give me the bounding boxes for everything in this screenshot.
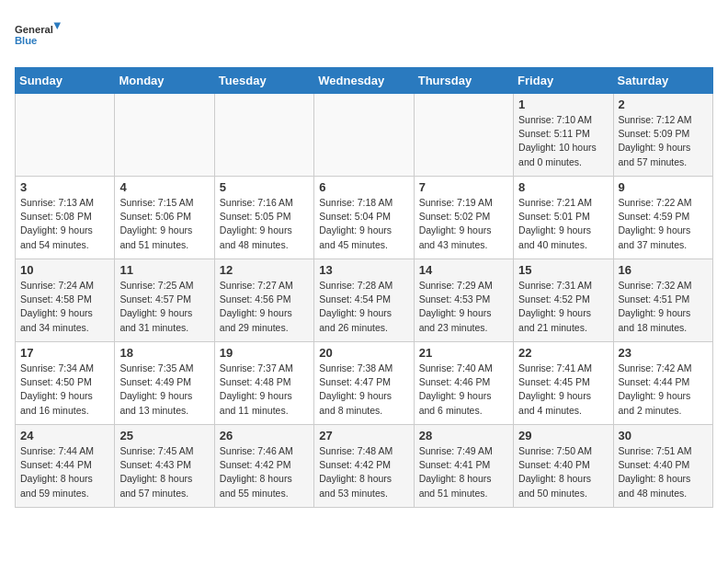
calendar-table: SundayMondayTuesdayWednesdayThursdayFrid…	[15, 67, 713, 508]
day-number: 23	[619, 346, 708, 360]
day-info: Sunrise: 7:40 AM Sunset: 4:46 PM Dayligh…	[419, 362, 508, 418]
calendar-cell: 15Sunrise: 7:31 AM Sunset: 4:52 PM Dayli…	[514, 259, 613, 342]
day-info: Sunrise: 7:21 AM Sunset: 5:01 PM Dayligh…	[518, 196, 608, 252]
calendar-cell: 16Sunrise: 7:32 AM Sunset: 4:51 PM Dayli…	[613, 259, 712, 342]
day-number: 29	[518, 429, 608, 442]
day-info: Sunrise: 7:35 AM Sunset: 4:49 PM Dayligh…	[119, 362, 209, 418]
day-number: 17	[20, 346, 109, 360]
day-number: 2	[619, 98, 708, 111]
day-number: 25	[119, 429, 209, 442]
calendar-cell: 6Sunrise: 7:18 AM Sunset: 5:04 PM Daylig…	[314, 177, 414, 259]
day-info: Sunrise: 7:28 AM Sunset: 4:54 PM Dayligh…	[319, 279, 408, 335]
calendar-cell: 9Sunrise: 7:22 AM Sunset: 4:59 PM Daylig…	[613, 177, 712, 259]
logo-svg: General Blue	[15, 15, 61, 56]
calendar-cell: 7Sunrise: 7:19 AM Sunset: 5:02 PM Daylig…	[414, 177, 513, 259]
weekday-header: Saturday	[613, 68, 712, 94]
day-number: 9	[619, 180, 708, 194]
calendar-cell: 27Sunrise: 7:48 AM Sunset: 4:42 PM Dayli…	[314, 425, 414, 508]
day-number: 24	[20, 429, 109, 442]
day-info: Sunrise: 7:27 AM Sunset: 4:56 PM Dayligh…	[220, 279, 309, 335]
calendar-cell	[16, 94, 115, 177]
day-number: 13	[319, 263, 408, 277]
day-info: Sunrise: 7:15 AM Sunset: 5:06 PM Dayligh…	[119, 196, 209, 252]
day-info: Sunrise: 7:37 AM Sunset: 4:48 PM Dayligh…	[220, 362, 309, 418]
calendar-cell: 20Sunrise: 7:38 AM Sunset: 4:47 PM Dayli…	[314, 342, 414, 425]
calendar-cell: 10Sunrise: 7:24 AM Sunset: 4:58 PM Dayli…	[16, 259, 115, 342]
calendar-week-row: 24Sunrise: 7:44 AM Sunset: 4:44 PM Dayli…	[16, 425, 713, 508]
calendar-cell: 19Sunrise: 7:37 AM Sunset: 4:48 PM Dayli…	[214, 342, 313, 425]
day-info: Sunrise: 7:16 AM Sunset: 5:05 PM Dayligh…	[220, 196, 309, 252]
day-number: 4	[119, 180, 209, 194]
day-number: 1	[518, 98, 608, 111]
calendar-cell	[314, 94, 414, 177]
weekday-header: Friday	[514, 68, 613, 94]
day-info: Sunrise: 7:32 AM Sunset: 4:51 PM Dayligh…	[619, 279, 708, 335]
day-info: Sunrise: 7:19 AM Sunset: 5:02 PM Dayligh…	[419, 196, 508, 252]
weekday-header: Tuesday	[214, 68, 313, 94]
day-number: 3	[20, 180, 109, 194]
day-info: Sunrise: 7:12 AM Sunset: 5:09 PM Dayligh…	[619, 113, 708, 169]
svg-text:General: General	[15, 24, 53, 35]
calendar-cell: 5Sunrise: 7:16 AM Sunset: 5:05 PM Daylig…	[214, 177, 313, 259]
calendar-week-row: 1Sunrise: 7:10 AM Sunset: 5:11 PM Daylig…	[16, 94, 713, 177]
calendar-cell: 13Sunrise: 7:28 AM Sunset: 4:54 PM Dayli…	[314, 259, 414, 342]
calendar-cell: 22Sunrise: 7:41 AM Sunset: 4:45 PM Dayli…	[514, 342, 613, 425]
calendar-cell	[115, 94, 214, 177]
weekday-header: Monday	[115, 68, 214, 94]
logo: General Blue	[15, 15, 61, 56]
calendar-cell: 25Sunrise: 7:45 AM Sunset: 4:43 PM Dayli…	[115, 425, 214, 508]
day-info: Sunrise: 7:29 AM Sunset: 4:53 PM Dayligh…	[419, 279, 508, 335]
svg-marker-1	[54, 22, 62, 29]
calendar-week-row: 3Sunrise: 7:13 AM Sunset: 5:08 PM Daylig…	[16, 177, 713, 259]
day-info: Sunrise: 7:22 AM Sunset: 4:59 PM Dayligh…	[619, 196, 708, 252]
day-info: Sunrise: 7:31 AM Sunset: 4:52 PM Dayligh…	[518, 279, 608, 335]
day-number: 8	[518, 180, 608, 194]
day-info: Sunrise: 7:46 AM Sunset: 4:42 PM Dayligh…	[220, 444, 309, 500]
calendar-cell: 29Sunrise: 7:50 AM Sunset: 4:40 PM Dayli…	[514, 425, 613, 508]
day-number: 12	[220, 263, 309, 277]
day-info: Sunrise: 7:42 AM Sunset: 4:44 PM Dayligh…	[619, 362, 708, 418]
day-info: Sunrise: 7:49 AM Sunset: 4:41 PM Dayligh…	[419, 444, 508, 500]
calendar-cell: 30Sunrise: 7:51 AM Sunset: 4:40 PM Dayli…	[613, 425, 712, 508]
day-number: 11	[119, 263, 209, 277]
calendar-cell: 21Sunrise: 7:40 AM Sunset: 4:46 PM Dayli…	[414, 342, 513, 425]
weekday-header: Thursday	[414, 68, 513, 94]
calendar-cell: 14Sunrise: 7:29 AM Sunset: 4:53 PM Dayli…	[414, 259, 513, 342]
day-number: 26	[220, 429, 309, 442]
calendar-cell: 26Sunrise: 7:46 AM Sunset: 4:42 PM Dayli…	[214, 425, 313, 508]
day-number: 5	[220, 180, 309, 194]
day-number: 27	[319, 429, 408, 442]
day-number: 20	[319, 346, 408, 360]
day-number: 22	[518, 346, 608, 360]
calendar-cell: 1Sunrise: 7:10 AM Sunset: 5:11 PM Daylig…	[514, 94, 613, 177]
calendar-cell: 12Sunrise: 7:27 AM Sunset: 4:56 PM Dayli…	[214, 259, 313, 342]
day-info: Sunrise: 7:50 AM Sunset: 4:40 PM Dayligh…	[518, 444, 608, 500]
day-info: Sunrise: 7:48 AM Sunset: 4:42 PM Dayligh…	[319, 444, 408, 500]
weekday-header-row: SundayMondayTuesdayWednesdayThursdayFrid…	[16, 68, 713, 94]
calendar-cell: 8Sunrise: 7:21 AM Sunset: 5:01 PM Daylig…	[514, 177, 613, 259]
day-number: 14	[419, 263, 508, 277]
day-info: Sunrise: 7:45 AM Sunset: 4:43 PM Dayligh…	[119, 444, 209, 500]
calendar-cell: 18Sunrise: 7:35 AM Sunset: 4:49 PM Dayli…	[115, 342, 214, 425]
day-number: 18	[119, 346, 209, 360]
calendar-cell: 24Sunrise: 7:44 AM Sunset: 4:44 PM Dayli…	[16, 425, 115, 508]
day-info: Sunrise: 7:34 AM Sunset: 4:50 PM Dayligh…	[20, 362, 109, 418]
calendar-cell: 3Sunrise: 7:13 AM Sunset: 5:08 PM Daylig…	[16, 177, 115, 259]
day-number: 19	[220, 346, 309, 360]
day-info: Sunrise: 7:38 AM Sunset: 4:47 PM Dayligh…	[319, 362, 408, 418]
calendar-week-row: 17Sunrise: 7:34 AM Sunset: 4:50 PM Dayli…	[16, 342, 713, 425]
weekday-header: Wednesday	[314, 68, 414, 94]
day-info: Sunrise: 7:41 AM Sunset: 4:45 PM Dayligh…	[518, 362, 608, 418]
calendar-cell	[214, 94, 313, 177]
calendar-cell	[414, 94, 513, 177]
day-info: Sunrise: 7:51 AM Sunset: 4:40 PM Dayligh…	[619, 444, 708, 500]
calendar-cell: 11Sunrise: 7:25 AM Sunset: 4:57 PM Dayli…	[115, 259, 214, 342]
calendar-week-row: 10Sunrise: 7:24 AM Sunset: 4:58 PM Dayli…	[16, 259, 713, 342]
day-number: 30	[619, 429, 708, 442]
day-number: 6	[319, 180, 408, 194]
calendar-cell: 17Sunrise: 7:34 AM Sunset: 4:50 PM Dayli…	[16, 342, 115, 425]
day-info: Sunrise: 7:25 AM Sunset: 4:57 PM Dayligh…	[119, 279, 209, 335]
day-number: 28	[419, 429, 508, 442]
svg-text:Blue: Blue	[15, 35, 37, 46]
day-number: 10	[20, 263, 109, 277]
